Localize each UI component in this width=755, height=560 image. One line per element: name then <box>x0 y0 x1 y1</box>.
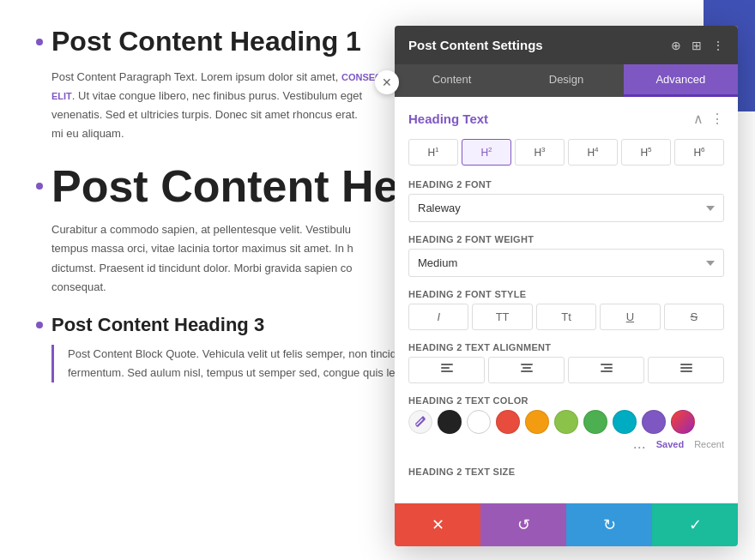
tab-content[interactable]: Content <box>395 64 509 97</box>
link-text-2: ELIT <box>51 91 72 101</box>
svg-rect-4 <box>522 367 531 369</box>
color-saved-recent-row: ··· Saved Recent <box>408 439 724 455</box>
color-black[interactable] <box>438 410 462 434</box>
heading-tab-h3[interactable]: H3 <box>515 139 565 166</box>
collapse-icon[interactable]: ∧ <box>693 111 704 127</box>
color-swatches <box>408 410 724 434</box>
eyedropper-btn[interactable] <box>408 410 432 434</box>
svg-rect-10 <box>680 367 692 369</box>
svg-rect-6 <box>601 364 613 365</box>
cancel-button[interactable]: ✕ <box>395 503 480 546</box>
saved-label[interactable]: Saved <box>656 439 684 455</box>
section-title: Heading Text <box>408 111 488 126</box>
svg-rect-9 <box>680 364 692 365</box>
svg-rect-7 <box>604 367 613 369</box>
heading-tab-h5[interactable]: H5 <box>621 139 671 166</box>
style-titlecase-btn[interactable]: Tt <box>536 304 596 330</box>
text-size-field-group: Heading 2 Text Size <box>408 467 724 477</box>
text-alignment-field-group: Heading 2 Text Alignment <box>408 342 724 383</box>
font-weight-field-group: Heading 2 Font Weight Medium Light Regul… <box>408 234 724 277</box>
style-underline-btn[interactable]: U <box>600 304 660 330</box>
section-more-icon[interactable]: ⋮ <box>710 111 724 127</box>
color-purple[interactable] <box>642 410 666 434</box>
alignment-buttons <box>408 357 724 383</box>
more-icon[interactable]: ⋮ <box>712 39 724 52</box>
svg-rect-0 <box>441 364 453 365</box>
align-center-btn[interactable] <box>488 357 565 383</box>
section-header: Heading Text ∧ ⋮ <box>408 111 724 127</box>
color-orange[interactable] <box>525 410 549 434</box>
close-panel-button[interactable]: ✕ <box>375 70 399 94</box>
section-controls: ∧ ⋮ <box>693 111 724 127</box>
columns-icon[interactable]: ⊞ <box>692 39 702 52</box>
align-justify-btn[interactable] <box>648 357 724 383</box>
font-style-label: Heading 2 Font Style <box>408 289 724 299</box>
confirm-button[interactable]: ✓ <box>652 503 738 546</box>
svg-rect-11 <box>680 370 692 372</box>
redo-button[interactable]: ↻ <box>566 503 652 546</box>
panel-tabs: Content Design Advanced <box>395 64 738 97</box>
heading-type-tabs: H1 H2 H3 H4 H5 H6 <box>408 139 724 166</box>
font-weight-select[interactable]: Medium Light Regular Bold Extra Bold <box>408 249 724 277</box>
color-green[interactable] <box>583 410 607 434</box>
color-white[interactable] <box>467 410 491 434</box>
color-yellow-green[interactable] <box>554 410 578 434</box>
header-icons: ⊕ ⊞ ⋮ <box>671 39 724 52</box>
font-style-field-group: Heading 2 Font Style I TT Tt U S <box>408 289 724 330</box>
svg-rect-3 <box>521 364 533 365</box>
target-icon[interactable]: ⊕ <box>671 39 681 52</box>
heading-tab-h1[interactable]: H1 <box>408 139 458 166</box>
panel-footer: ✕ ↺ ↻ ✓ <box>395 503 738 546</box>
font-weight-label: Heading 2 Font Weight <box>408 234 724 244</box>
style-uppercase-btn[interactable]: TT <box>472 304 532 330</box>
size-label: Heading 2 Text Size <box>408 467 724 477</box>
recent-label[interactable]: Recent <box>694 439 724 455</box>
font-label: Heading 2 Font <box>408 179 724 190</box>
text-color-field-group: Heading 2 Text Color ··· Saved Recent <box>408 395 724 455</box>
color-red[interactable] <box>496 410 520 434</box>
reset-button[interactable]: ↺ <box>480 503 566 546</box>
color-label: Heading 2 Text Color <box>408 395 724 406</box>
color-gradient[interactable] <box>671 410 695 434</box>
panel-title: Post Content Settings <box>408 38 543 52</box>
style-strikethrough-btn[interactable]: S <box>664 304 724 330</box>
style-buttons: I TT Tt U S <box>408 304 724 330</box>
tab-design[interactable]: Design <box>509 64 623 97</box>
svg-rect-8 <box>601 370 613 372</box>
heading-tab-h2[interactable]: H2 <box>462 139 511 166</box>
alignment-label: Heading 2 Text Alignment <box>408 342 724 352</box>
style-italic-btn[interactable]: I <box>408 304 468 330</box>
svg-rect-5 <box>521 370 533 372</box>
heading-tab-h4[interactable]: H4 <box>568 139 618 166</box>
font-select[interactable]: Raleway Arial Georgia Open Sans <box>408 194 724 222</box>
font-field-group: Heading 2 Font Raleway Arial Georgia Ope… <box>408 179 724 222</box>
heading-tab-h6[interactable]: H6 <box>674 139 724 166</box>
settings-panel: Post Content Settings ⊕ ⊞ ⋮ Content Desi… <box>395 26 738 546</box>
svg-rect-2 <box>441 370 453 372</box>
tab-advanced[interactable]: Advanced <box>624 64 738 97</box>
more-dots[interactable]: ··· <box>633 439 646 455</box>
panel-header: Post Content Settings ⊕ ⊞ ⋮ <box>395 26 738 64</box>
align-left-btn[interactable] <box>408 357 485 383</box>
color-teal[interactable] <box>613 410 637 434</box>
svg-rect-1 <box>441 367 450 369</box>
panel-body: Heading Text ∧ ⋮ H1 H2 H3 H4 H5 H6 Headi… <box>395 97 738 503</box>
align-right-btn[interactable] <box>568 357 644 383</box>
